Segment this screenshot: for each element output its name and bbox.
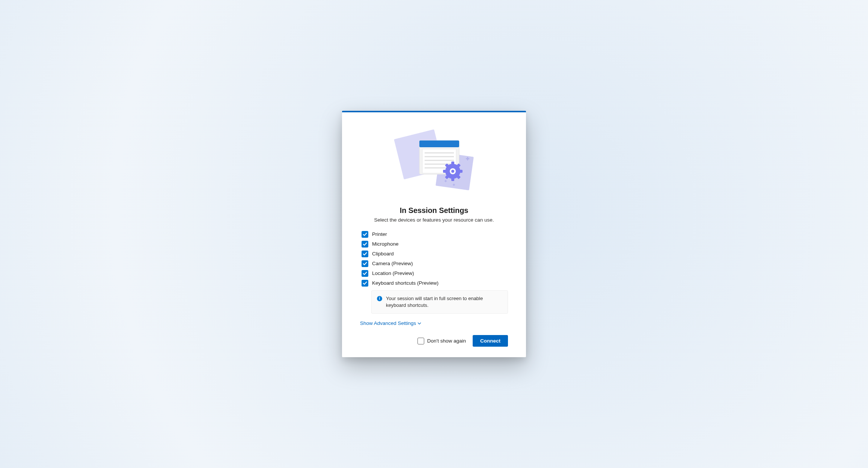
option-label: Printer [372,231,387,237]
option-checkbox[interactable]: Keyboard shortcuts (Preview) [362,280,508,287]
option-label: Clipboard [372,251,394,257]
dialog-title: In Session Settings [360,206,508,215]
options-list: PrinterMicrophoneClipboardCamera (Previe… [362,231,508,287]
connect-button[interactable]: Connect [473,335,508,347]
svg-rect-3 [419,140,459,147]
info-icon: i [377,296,382,301]
dialog-footer: Don't show again Connect [360,335,508,347]
illustration [360,128,508,196]
checkbox-checked-icon [362,270,368,277]
svg-point-20 [451,170,454,173]
option-checkbox[interactable]: Microphone [362,241,508,248]
option-label: Keyboard shortcuts (Preview) [372,280,439,286]
svg-rect-11 [451,162,454,165]
option-label: Camera (Preview) [372,261,413,266]
dont-show-again-checkbox[interactable]: Don't show again [417,338,466,344]
checkbox-unchecked-icon [417,338,424,344]
option-checkbox[interactable]: Camera (Preview) [362,260,508,267]
show-advanced-link[interactable]: Show Advanced Settings [360,320,421,326]
info-box: i Your session will start in full screen… [371,290,508,314]
chevron-down-icon [417,322,421,325]
svg-rect-13 [443,170,447,173]
option-checkbox[interactable]: Printer [362,231,508,238]
option-checkbox[interactable]: Clipboard [362,251,508,257]
option-checkbox[interactable]: Location (Preview) [362,270,508,277]
show-advanced-label: Show Advanced Settings [360,320,416,326]
svg-rect-14 [459,170,463,173]
dialog-subtitle: Select the devices or features your reso… [360,217,508,223]
checkbox-checked-icon [362,260,368,267]
checkbox-checked-icon [362,231,368,238]
svg-rect-12 [451,177,454,181]
dont-show-again-label: Don't show again [427,338,466,344]
checkbox-checked-icon [362,280,368,287]
option-label: Location (Preview) [372,270,414,276]
checkbox-checked-icon [362,251,368,257]
info-text: Your session will start in full screen t… [386,295,502,309]
checkbox-checked-icon [362,241,368,248]
session-settings-dialog: In Session Settings Select the devices o… [342,111,526,357]
option-label: Microphone [372,241,399,247]
